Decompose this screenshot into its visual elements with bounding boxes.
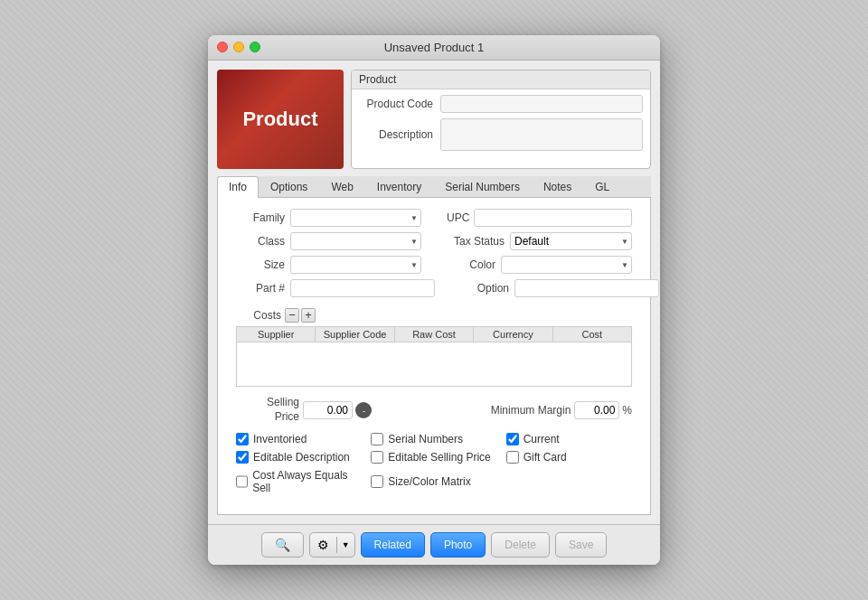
tabs: Info Options Web Inventory Serial Number… [217, 176, 651, 198]
class-select-wrapper: ▼ [290, 232, 421, 250]
size-color-row: Size ▼ Color ▼ [236, 256, 632, 274]
traffic-lights [217, 42, 260, 52]
related-button[interactable]: Related [361, 532, 425, 558]
description-row: Description [359, 118, 643, 151]
tab-web[interactable]: Web [319, 176, 364, 197]
class-group: Class ▼ [236, 232, 421, 250]
tab-notes[interactable]: Notes [532, 176, 583, 197]
col-supplier-code: Supplier Code [316, 327, 394, 342]
selling-price-label: SellingPrice [236, 396, 299, 424]
gear-dropdown-arrow[interactable]: ▼ [337, 533, 354, 557]
titlebar: Unsaved Product 1 [208, 35, 660, 61]
product-image[interactable]: Product [217, 70, 344, 169]
costs-table-header: Supplier Supplier Code Raw Cost Currency… [236, 326, 632, 342]
window-title: Unsaved Product 1 [384, 41, 485, 54]
photo-label: Photo [444, 539, 472, 551]
save-button[interactable]: Save [555, 532, 607, 558]
product-code-label: Product Code [359, 98, 440, 110]
related-label: Related [374, 539, 411, 551]
tax-status-select[interactable]: Default Taxable Non-Taxable [510, 232, 632, 250]
tab-options[interactable]: Options [259, 176, 319, 197]
col-supplier: Supplier [237, 327, 316, 342]
tab-inventory[interactable]: Inventory [365, 176, 433, 197]
search-button[interactable]: 🔍 [261, 532, 304, 558]
editable-description-checkbox[interactable]: Editable Description [236, 451, 362, 464]
window-content: Product Product Product Code Description [208, 61, 660, 524]
family-label: Family [236, 211, 290, 224]
tax-status-select-wrapper: Default Taxable Non-Taxable ▼ [510, 232, 632, 250]
description-input[interactable] [440, 118, 643, 151]
tab-content: Family ▼ UPC Class [217, 198, 651, 515]
product-code-input[interactable] [440, 95, 643, 113]
size-dropdown-wrapper: ▼ [290, 256, 421, 274]
upc-group: UPC [447, 209, 632, 227]
costs-section: Costs − + Supplier Supplier Code Raw Cos… [236, 308, 632, 387]
top-section: Product Product Product Code Description [217, 70, 651, 169]
photo-button[interactable]: Photo [430, 532, 486, 558]
color-dropdown-wrapper: ▼ [501, 256, 632, 274]
col-currency: Currency [474, 327, 552, 342]
inventoried-checkbox[interactable]: Inventoried [236, 433, 362, 445]
size-color-matrix-checkbox[interactable]: Size/Color Matrix [371, 469, 496, 494]
family-dropdown-wrapper: ▼ [290, 209, 421, 227]
option-input[interactable] [514, 279, 659, 297]
class-tax-row: Class ▼ Tax Status Default [236, 232, 632, 250]
toolbar: 🔍 ⚙ ▼ Related Photo Delete Save [208, 524, 660, 565]
percent-symbol: % [622, 404, 632, 417]
current-checkbox[interactable]: Current [506, 433, 632, 445]
gift-card-checkbox[interactable]: Gift Card [506, 451, 632, 464]
serial-numbers-checkbox[interactable]: Serial Numbers [371, 433, 496, 445]
costs-table-body[interactable] [236, 342, 632, 387]
family-input[interactable] [290, 209, 421, 227]
tab-info[interactable]: Info [217, 176, 259, 198]
class-select[interactable] [290, 232, 421, 250]
delete-label: Delete [505, 539, 536, 551]
part-input[interactable] [290, 279, 435, 297]
col-cost: Cost [553, 327, 631, 342]
upc-input[interactable] [474, 209, 632, 227]
minimize-button[interactable] [233, 42, 244, 52]
costs-label: Costs [236, 309, 281, 322]
add-cost-button[interactable]: + [301, 308, 316, 323]
min-margin-input[interactable] [574, 401, 619, 419]
product-info-header: Product [352, 70, 650, 89]
gear-icon[interactable]: ⚙ [310, 533, 336, 557]
description-label: Description [359, 128, 440, 141]
selling-price-input[interactable] [303, 401, 353, 419]
main-window: Unsaved Product 1 Product Product Produc… [208, 35, 660, 565]
part-group: Part # [236, 279, 435, 297]
product-info-panel: Product Product Code Description [351, 70, 651, 169]
color-input[interactable] [501, 256, 632, 274]
delete-button[interactable]: Delete [491, 532, 550, 558]
option-label: Option [460, 282, 514, 295]
upc-label: UPC [447, 211, 474, 224]
family-upc-row: Family ▼ UPC [236, 209, 632, 227]
color-group: Color ▼ [447, 256, 632, 274]
product-info-body: Product Code Description [352, 89, 650, 162]
part-label: Part # [236, 282, 290, 295]
cost-always-equals-sell-checkbox[interactable]: Cost Always Equals Sell [236, 469, 362, 494]
tab-serial-numbers[interactable]: Serial Numbers [433, 176, 532, 197]
product-image-label: Product [242, 108, 317, 131]
checkboxes-section: Inventoried Serial Numbers Current Edita… [236, 433, 632, 494]
gear-split-button[interactable]: ⚙ ▼ [309, 532, 355, 558]
color-label: Color [447, 258, 501, 271]
editable-selling-price-checkbox[interactable]: Editable Selling Price [371, 451, 496, 464]
close-button[interactable] [217, 42, 228, 52]
min-margin-label: Minimum Margin [372, 404, 571, 417]
product-code-row: Product Code [359, 95, 643, 113]
maximize-button[interactable] [250, 42, 260, 52]
remove-cost-button[interactable]: − [285, 308, 299, 323]
tax-status-label: Tax Status [447, 235, 510, 248]
size-label: Size [236, 258, 290, 271]
selling-price-button[interactable] [355, 402, 372, 418]
search-icon: 🔍 [275, 538, 290, 552]
size-input[interactable] [290, 256, 421, 274]
part-option-row: Part # Option [236, 279, 632, 297]
size-group: Size ▼ [236, 256, 421, 274]
tab-gl[interactable]: GL [583, 176, 621, 197]
col-raw-cost: Raw Cost [395, 327, 474, 342]
save-label: Save [569, 539, 593, 551]
selling-price-row: SellingPrice Minimum Margin % [236, 396, 632, 424]
class-label: Class [236, 235, 290, 248]
